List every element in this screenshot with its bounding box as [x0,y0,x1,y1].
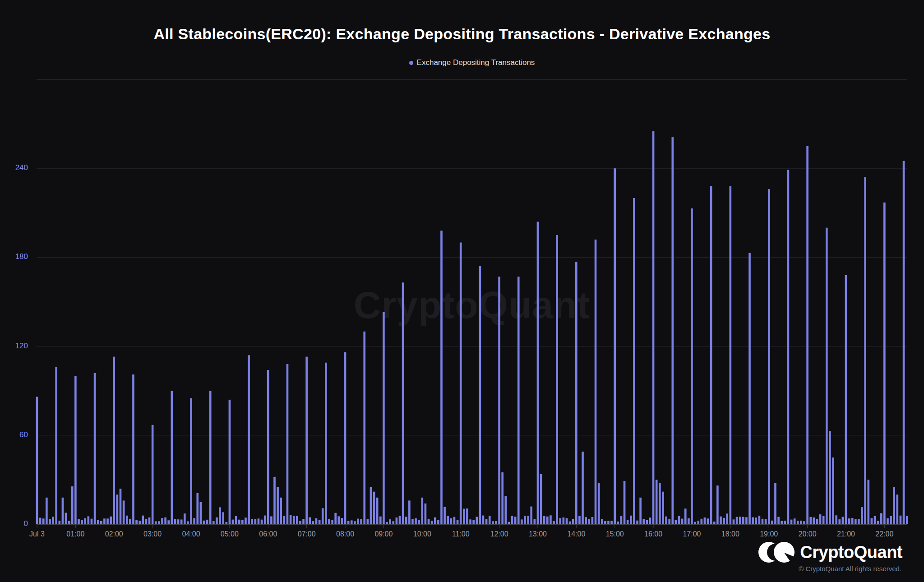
bar[interactable] [200,502,202,524]
bar[interactable] [184,513,186,524]
bar[interactable] [479,266,481,524]
bar[interactable] [492,521,494,524]
bar[interactable] [633,198,635,524]
bar[interactable] [851,518,854,524]
bar[interactable] [341,518,343,524]
bar[interactable] [460,243,462,524]
bar[interactable] [566,518,568,524]
bar[interactable] [206,520,208,524]
bar[interactable] [781,521,783,524]
bar[interactable] [681,519,684,524]
bar[interactable] [65,513,67,524]
bar[interactable] [668,519,670,524]
bar[interactable] [903,161,905,524]
bar[interactable] [736,517,738,524]
bar[interactable] [543,516,545,524]
bar[interactable] [900,516,902,524]
bar[interactable] [161,518,163,524]
bar[interactable] [322,508,324,524]
bar[interactable] [877,521,879,524]
bar[interactable] [290,515,292,524]
bar[interactable] [386,522,388,524]
bar[interactable] [463,509,465,524]
bar[interactable] [405,517,407,524]
bar[interactable] [671,137,674,524]
bar[interactable] [190,398,192,524]
bar[interactable] [373,492,375,524]
bar[interactable] [126,516,128,524]
bar[interactable] [180,519,183,524]
bar[interactable] [142,516,144,524]
bar[interactable] [890,516,892,524]
bar[interactable] [418,520,420,524]
bar[interactable] [331,520,333,524]
bar[interactable] [636,521,638,524]
bar[interactable] [106,518,109,524]
bar[interactable] [174,519,176,524]
bar[interactable] [55,367,57,524]
bar[interactable] [659,483,661,524]
bar[interactable] [88,516,90,524]
bar[interactable] [726,513,728,524]
bar[interactable] [267,370,269,524]
bar[interactable] [325,363,327,524]
bar[interactable] [803,521,805,524]
bar[interactable] [684,508,687,524]
bar[interactable] [425,503,427,524]
bar[interactable] [752,517,754,524]
bar[interactable] [238,520,240,524]
bar[interactable] [578,516,581,524]
bar[interactable] [328,519,330,524]
bar[interactable] [258,518,260,524]
bar[interactable] [251,519,253,524]
bar[interactable] [116,494,119,524]
bar[interactable] [758,516,761,524]
bar[interactable] [367,519,369,524]
bar[interactable] [832,457,834,524]
bar[interactable] [62,498,64,524]
bar[interactable] [389,519,391,524]
bar[interactable] [842,517,844,524]
bar[interactable] [762,519,764,524]
bar[interactable] [649,517,651,524]
bar[interactable] [145,519,148,524]
bar[interactable] [688,518,690,524]
bar[interactable] [49,519,51,524]
bar[interactable] [871,518,873,524]
bar[interactable] [527,516,529,524]
bar[interactable] [630,516,632,524]
bar[interactable] [229,400,231,524]
bar[interactable] [357,519,359,524]
bar[interactable] [864,177,866,524]
bar[interactable] [784,521,786,524]
bar[interactable] [315,518,318,524]
bar[interactable] [59,521,61,524]
chart-plot[interactable] [0,0,924,582]
bar[interactable] [559,518,561,524]
bar[interactable] [739,517,741,524]
bar[interactable] [771,521,773,524]
bar[interactable] [245,517,247,524]
bar[interactable] [363,332,365,524]
bar[interactable] [563,517,565,524]
bar[interactable] [254,519,257,524]
bar[interactable] [748,253,751,524]
bar[interactable] [225,522,227,524]
bar[interactable] [639,498,642,524]
bar[interactable] [383,312,385,524]
bar[interactable] [466,508,468,524]
bar[interactable] [338,516,340,524]
bar[interactable] [399,516,401,524]
bar[interactable] [152,425,154,524]
bar[interactable] [501,472,504,524]
bar[interactable] [296,516,298,524]
bar[interactable] [132,374,134,524]
bar[interactable] [110,517,112,524]
bar[interactable] [392,521,394,524]
bar[interactable] [604,521,606,524]
bar[interactable] [514,517,517,524]
bar[interactable] [546,517,549,524]
bar[interactable] [171,391,173,524]
bar[interactable] [887,518,889,524]
bar[interactable] [78,519,80,524]
